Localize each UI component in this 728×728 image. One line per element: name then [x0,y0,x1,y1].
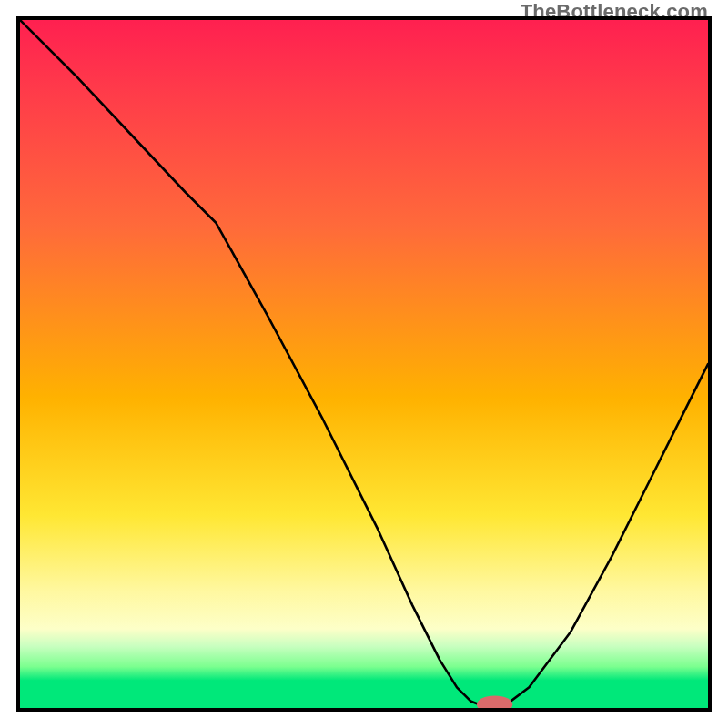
minimum-marker [477,695,512,708]
plot-area [16,16,712,712]
chart-svg [20,20,708,708]
bottleneck-curve [20,20,708,708]
chart-container: TheBottleneck.com [0,0,728,728]
